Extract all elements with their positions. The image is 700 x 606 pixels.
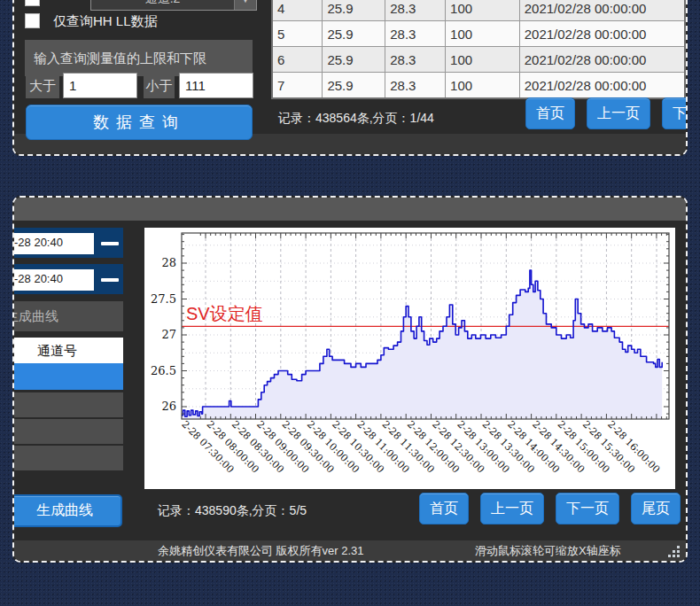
page-button-下一页[interactable]: 下一页 [556, 493, 619, 524]
channel-list-header-label: 通道号 [14, 338, 123, 363]
table-body: 425.928.31002021/02/28 00:00:00525.928.3… [272, 0, 685, 98]
query-panel: 通道:2 ▼ 仅查询HH LL数据 输入查询测量值的上限和下限 大于 1 小于 … [12, 0, 688, 156]
page-button-首页[interactable]: 首页 [525, 97, 575, 129]
less-than-label: 小于 [144, 73, 175, 98]
trend-chart-svg: SV设定值2626.52727.5282-28 07:30:002-28 08:… [144, 228, 675, 489]
generate-curve-gray-button[interactable]: 生成曲线 [14, 301, 123, 331]
table-cell: 25.9 [323, 0, 385, 21]
table-cell: 28.3 [385, 0, 446, 21]
channel-checkbox[interactable] [25, 0, 40, 6]
table-cell: 25.9 [323, 21, 385, 47]
status-bar: 余姚精创仪表有限公司 版权所有ver 2.31 滑动鼠标滚轮可缩放X轴座标 [14, 540, 686, 561]
page-button-尾页[interactable]: 尾页 [631, 493, 681, 524]
table-cell: 100 [446, 0, 520, 21]
table-cell: 100 [446, 73, 520, 99]
y-axis-tick-label: 28 [161, 256, 176, 269]
table-cell: 100 [446, 21, 520, 47]
table-row[interactable]: 625.928.31002021/02/28 00:00:00 [272, 47, 685, 73]
page-button-上一页[interactable]: 上一页 [480, 493, 544, 524]
greater-than-label: 大于 [26, 73, 59, 98]
pagination-bottom: 首页上一页下一页尾页 [419, 493, 688, 524]
page-button-上一页[interactable]: 上一页 [587, 97, 650, 129]
copyright-text: 余姚精创仪表有限公司 版权所有ver 2.31 [158, 540, 364, 561]
table-row[interactable]: 725.928.31002021/02/28 00:00:00 [272, 73, 685, 99]
trend-chart[interactable]: SV设定值2626.52727.5282-28 07:30:002-28 08:… [144, 228, 675, 489]
table-cell: 7 [272, 73, 323, 99]
upper-limit-input[interactable]: 111 [179, 73, 253, 98]
sv-setpoint-label: SV设定值 [186, 304, 263, 323]
table-cell: 28.3 [385, 21, 446, 47]
start-time-row: -28 20:40 [14, 228, 123, 258]
record-count-bottom: 记录：438590条,分页：5/5 [158, 498, 307, 523]
table-cell: 100 [446, 47, 520, 73]
table-row[interactable]: 525.928.31002021/02/28 00:00:00 [272, 21, 685, 47]
chevron-down-icon[interactable]: ▼ [234, 0, 256, 10]
table-cell: 2021/02/28 00:00:00 [519, 0, 685, 21]
channel-select-value: 通道:2 [91, 0, 234, 7]
hh-ll-checkbox-label: 仅查询HH LL数据 [53, 13, 158, 29]
end-time-input[interactable]: -28 20:40 [14, 269, 94, 291]
start-time-input[interactable]: -28 20:40 [14, 233, 94, 254]
page-button-首页[interactable]: 首页 [419, 493, 469, 524]
table-row[interactable]: 425.928.31002021/02/28 00:00:00 [272, 0, 685, 21]
channel-list-item[interactable] [14, 419, 123, 444]
end-time-row: -28 20:40 [14, 264, 123, 294]
table-cell: 28.3 [385, 47, 446, 73]
data-query-button[interactable]: 数据查询 [26, 105, 253, 140]
table-cell: 25.9 [323, 73, 385, 99]
decrement-start-time-icon[interactable] [101, 242, 119, 245]
y-axis-tick-label: 27 [161, 328, 176, 341]
hh-ll-checkbox[interactable] [25, 13, 40, 28]
table-cell: 4 [272, 0, 323, 21]
y-axis-tick-label: 27.5 [151, 292, 176, 306]
table-cell: 2021/02/28 00:00:00 [519, 21, 685, 47]
table-cell: 2021/02/28 00:00:00 [519, 73, 685, 99]
record-count-top: 记录：438564条,分页：1/44 [278, 105, 434, 130]
query-result-table[interactable]: 425.928.31002021/02/28 00:00:00525.928.3… [271, 0, 686, 99]
desktop-background: 通道:2 ▼ 仅查询HH LL数据 输入查询测量值的上限和下限 大于 1 小于 … [0, 0, 700, 606]
channel-list-item[interactable] [14, 446, 123, 470]
lower-limit-input[interactable]: 1 [63, 73, 137, 98]
decrement-end-time-icon[interactable] [101, 278, 119, 282]
resize-grip-icon[interactable] [668, 546, 680, 557]
table-cell: 5 [272, 21, 323, 47]
generate-curve-gray-label: 生成曲线 [14, 301, 123, 331]
table-cell: 6 [272, 47, 323, 73]
table-cell: 2021/02/28 00:00:00 [519, 47, 685, 73]
channel-select[interactable]: 通道:2 ▼ [90, 0, 257, 11]
zoom-hint-text: 滑动鼠标滚轮可缩放X轴座标 [475, 540, 621, 561]
y-axis-tick-label: 26.5 [151, 364, 176, 377]
limits-hint-text: 输入查询测量值的上限和下限 [25, 40, 253, 76]
table-cell: 25.9 [323, 47, 385, 73]
y-axis-tick-label: 26 [161, 400, 176, 413]
table-cell: 28.3 [385, 73, 446, 99]
channel-list-header: 通道号 [14, 338, 123, 363]
page-button-下一页[interactable]: 下一页 [662, 97, 688, 129]
pagination-top: 首页上一页下一页 [525, 97, 688, 129]
curve-panel-titlebar[interactable] [14, 198, 686, 221]
channel-list-item[interactable] [14, 392, 123, 417]
curve-panel: -28 20:40 -28 20:40 生成曲线 通道号 生成曲线 SV设定值2… [12, 196, 688, 563]
generate-curve-button[interactable]: 生成曲线 [12, 494, 122, 527]
channel-list-item-selected[interactable] [14, 363, 123, 390]
